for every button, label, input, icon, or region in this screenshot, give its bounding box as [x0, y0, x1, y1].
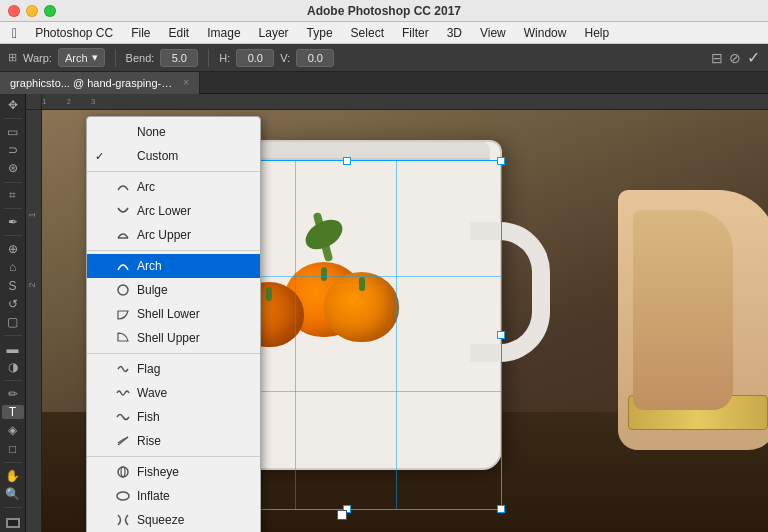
clone-stamp-tool[interactable]: S — [2, 278, 24, 292]
v-input[interactable] — [296, 49, 334, 67]
menu-view[interactable]: View — [472, 24, 514, 42]
menu-photoshop[interactable]: Photoshop CC — [27, 24, 121, 42]
shell-upper-icon — [115, 330, 131, 346]
canvas-area: 1 2 3 1 2 — [26, 94, 768, 532]
history-brush-tool[interactable]: ↺ — [2, 297, 24, 311]
warp-icon: ⊞ — [8, 51, 17, 64]
warp-option-inflate[interactable]: Inflate — [87, 484, 260, 508]
arc-upper-icon — [115, 227, 131, 243]
brush-tool[interactable]: ⌂ — [2, 260, 24, 274]
document-tab[interactable]: graphicsto... @ hand-grasping-coffee-mug… — [0, 72, 200, 94]
warp-current-value: Arch — [65, 52, 88, 64]
tool-separator-6 — [4, 380, 22, 381]
arch-icon — [115, 258, 131, 274]
warp-label: Warp: — [23, 52, 52, 64]
warp-dropdown-arrow: ▾ — [92, 51, 98, 64]
menu-select[interactable]: Select — [343, 24, 392, 42]
mug-handle — [470, 222, 550, 362]
warp-dropdown-trigger[interactable]: Arch ▾ — [58, 48, 105, 67]
title-bar: Adobe Photoshop CC 2017 — [0, 0, 768, 22]
tool-separator-4 — [4, 235, 22, 236]
eyedropper-tool[interactable]: ✒ — [2, 215, 24, 229]
left-toolbar: ✥ ▭ ⊃ ⊛ ⌗ ✒ ⊕ ⌂ S ↺ ▢ ▬ ◑ ✏ T ◈ □ ✋ 🔍 — [0, 94, 26, 532]
type-tool[interactable]: T — [2, 405, 24, 419]
close-button[interactable] — [8, 5, 20, 17]
warp-option-arch[interactable]: Arch — [87, 254, 260, 278]
confirm-icon[interactable]: ✓ — [747, 48, 760, 67]
h-input[interactable] — [236, 49, 274, 67]
menu-help[interactable]: Help — [576, 24, 617, 42]
menu-filter[interactable]: Filter — [394, 24, 437, 42]
menu-image[interactable]: Image — [199, 24, 248, 42]
warp-option-none[interactable]: None — [87, 120, 260, 144]
quick-select-tool[interactable]: ⊛ — [2, 161, 24, 175]
tab-title: graphicsto... @ hand-grasping-coffee-mug… — [10, 77, 177, 89]
vertical-ruler: 1 2 — [26, 110, 42, 532]
grid-icon: ⊟ — [711, 50, 723, 66]
menu-3d[interactable]: 3D — [439, 24, 470, 42]
ruler-num-2: 2 — [27, 282, 37, 287]
rise-label: Rise — [137, 434, 161, 448]
menu-layer[interactable]: Layer — [251, 24, 297, 42]
ruler-corner — [26, 94, 42, 110]
shape-tool[interactable]: □ — [2, 442, 24, 456]
dodge-tool[interactable]: ◑ — [2, 360, 24, 374]
warp-option-squeeze[interactable]: Squeeze — [87, 508, 260, 532]
warp-option-fish[interactable]: Fish — [87, 405, 260, 429]
ruler-tick-2: 2 — [66, 97, 70, 106]
warp-option-shell-lower[interactable]: Shell Lower — [87, 302, 260, 326]
arc-lower-label: Arc Lower — [137, 204, 191, 218]
bulge-icon — [115, 282, 131, 298]
arc-label: Arc — [137, 180, 155, 194]
warp-option-custom[interactable]: Custom — [87, 144, 260, 168]
path-select-tool[interactable]: ◈ — [2, 423, 24, 437]
crop-tool[interactable]: ⌗ — [2, 188, 24, 202]
menu-window[interactable]: Window — [516, 24, 575, 42]
warp-option-arc-upper[interactable]: Arc Upper — [87, 223, 260, 247]
move-tool[interactable]: ✥ — [2, 98, 24, 112]
fish-icon — [115, 409, 131, 425]
tab-close-button[interactable]: × — [183, 77, 189, 88]
warp-option-wave[interactable]: Wave — [87, 381, 260, 405]
menu-bar:  Photoshop CC File Edit Image Layer Typ… — [0, 22, 768, 44]
gradient-tool[interactable]: ▬ — [2, 342, 24, 356]
tool-separator-2 — [4, 182, 22, 183]
hand-tool[interactable]: ✋ — [2, 468, 24, 482]
eraser-tool[interactable]: ▢ — [2, 315, 24, 329]
menu-type[interactable]: Type — [299, 24, 341, 42]
warp-option-rise[interactable]: Rise — [87, 429, 260, 453]
menu-file[interactable]: File — [123, 24, 158, 42]
rise-icon — [115, 433, 131, 449]
hand — [618, 190, 768, 450]
none-label: None — [137, 125, 166, 139]
warp-option-arc-lower[interactable]: Arc Lower — [87, 199, 260, 223]
lasso-tool[interactable]: ⊃ — [2, 143, 24, 157]
warp-dropdown-menu: None Custom Arc Arc Lower — [86, 116, 261, 532]
menu-separator-1 — [87, 171, 260, 172]
fisheye-icon — [115, 464, 131, 480]
apple-menu[interactable]:  — [4, 25, 25, 41]
zoom-tool[interactable]: 🔍 — [2, 487, 24, 501]
minimize-button[interactable] — [26, 5, 38, 17]
warp-option-shell-upper[interactable]: Shell Upper — [87, 326, 260, 350]
traffic-lights — [8, 5, 56, 17]
cancel-icon[interactable]: ⊘ — [729, 50, 741, 66]
h-label: H: — [219, 52, 230, 64]
svg-point-3 — [121, 467, 125, 477]
warp-option-flag[interactable]: Flag — [87, 357, 260, 381]
separator-1 — [115, 49, 116, 67]
bend-input[interactable] — [160, 49, 198, 67]
warp-option-fisheye[interactable]: Fisheye — [87, 460, 260, 484]
app-title: Adobe Photoshop CC 2017 — [307, 4, 461, 18]
warp-option-arc[interactable]: Arc — [87, 175, 260, 199]
foreground-color[interactable] — [6, 518, 20, 528]
fish-label: Fish — [137, 410, 160, 424]
arc-icon — [115, 179, 131, 195]
custom-label: Custom — [137, 149, 178, 163]
menu-edit[interactable]: Edit — [161, 24, 198, 42]
pen-tool[interactable]: ✏ — [2, 387, 24, 401]
spot-heal-tool[interactable]: ⊕ — [2, 242, 24, 256]
rectangle-select-tool[interactable]: ▭ — [2, 125, 24, 139]
maximize-button[interactable] — [44, 5, 56, 17]
warp-option-bulge[interactable]: Bulge — [87, 278, 260, 302]
